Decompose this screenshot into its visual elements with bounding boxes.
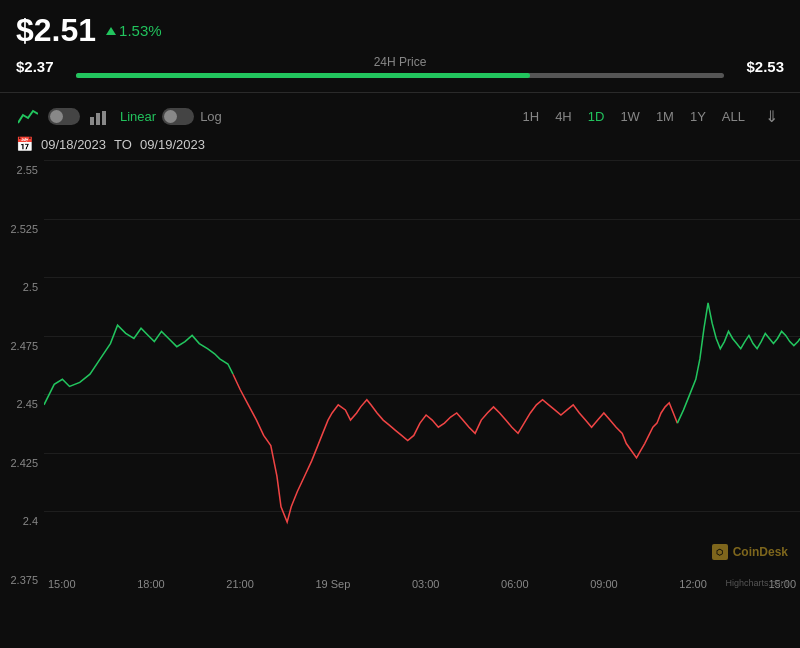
price-bar-label: 24H Price: [374, 55, 427, 69]
price-bar-track: [76, 73, 724, 78]
y-label-7: 2.4: [0, 515, 44, 527]
log-label: Log: [200, 109, 222, 124]
date-range-row: 📅 09/18/2023 TO 09/19/2023: [0, 132, 800, 160]
svg-rect-1: [96, 113, 100, 125]
linear-log-toggle[interactable]: [162, 108, 194, 125]
y-axis-labels: 2.55 2.525 2.5 2.475 2.45 2.425 2.4 2.37…: [0, 160, 44, 590]
linear-log-knob: [164, 110, 177, 123]
linear-label: Linear: [120, 109, 156, 124]
tf-1w[interactable]: 1W: [614, 106, 646, 127]
coindesk-logo: ⬡: [712, 544, 728, 560]
highcharts-label: Highcharts.com: [725, 578, 788, 588]
y-label-2: 2.525: [0, 223, 44, 235]
y-label-8: 2.375: [0, 574, 44, 586]
tf-1d[interactable]: 1D: [582, 106, 611, 127]
up-arrow-icon: [106, 27, 116, 35]
calendar-icon: 📅: [16, 136, 33, 152]
chart-line-green-2: [677, 303, 800, 423]
timeframe-buttons: 1H 4H 1D 1W 1M 1Y ALL: [517, 106, 751, 127]
price-high: $2.53: [734, 58, 784, 75]
linear-log-toggle-group: Linear Log: [120, 108, 222, 125]
toggle-knob: [50, 110, 63, 123]
date-to: 09/19/2023: [140, 137, 205, 152]
chart-line-red-1: [233, 374, 677, 522]
price-chart-svg: [44, 160, 800, 568]
header: $2.51 1.53% $2.37 24H Price $2.53: [0, 0, 800, 84]
date-separator: TO: [114, 137, 132, 152]
y-label-6: 2.425: [0, 457, 44, 469]
x-label-1200: 12:00: [679, 578, 707, 590]
header-divider: [0, 92, 800, 93]
x-label-1500-1: 15:00: [48, 578, 76, 590]
price-change-value: 1.53%: [119, 22, 162, 39]
price-change: 1.53%: [106, 22, 162, 39]
x-label-19sep: 19 Sep: [315, 578, 350, 590]
price-bar-fill: [76, 73, 530, 78]
tf-4h[interactable]: 4H: [549, 106, 578, 127]
y-label-4: 2.475: [0, 340, 44, 352]
highcharts-watermark: Highcharts.com: [725, 578, 788, 588]
price-bar-row: $2.37 24H Price $2.53: [16, 55, 784, 78]
price-main: $2.51 1.53%: [16, 12, 784, 49]
svg-rect-2: [102, 111, 106, 125]
x-label-0300: 03:00: [412, 578, 440, 590]
bar-chart-button[interactable]: [88, 107, 112, 127]
tf-1h[interactable]: 1H: [517, 106, 546, 127]
current-price: $2.51: [16, 12, 96, 49]
coindesk-label: CoinDesk: [733, 545, 788, 559]
tf-1m[interactable]: 1M: [650, 106, 680, 127]
x-axis-labels: 15:00 18:00 21:00 19 Sep 03:00 06:00 09:…: [44, 578, 800, 590]
x-label-0900: 09:00: [590, 578, 618, 590]
line-chart-button[interactable]: [16, 107, 40, 127]
price-bar-container: 24H Price: [76, 55, 724, 78]
chart-type-toggle[interactable]: [48, 108, 80, 125]
x-label-0600: 06:00: [501, 578, 529, 590]
price-low: $2.37: [16, 58, 66, 75]
chart-line-green-1: [44, 325, 233, 405]
date-from: 09/18/2023: [41, 137, 106, 152]
x-label-1800: 18:00: [137, 578, 165, 590]
svg-rect-0: [90, 117, 94, 125]
coindesk-watermark: ⬡ CoinDesk: [712, 544, 788, 560]
tf-all[interactable]: ALL: [716, 106, 751, 127]
download-button[interactable]: ⇓: [759, 105, 784, 128]
y-label-1: 2.55: [0, 164, 44, 176]
chart-container: 2.55 2.525 2.5 2.475 2.45 2.425 2.4 2.37…: [0, 160, 800, 590]
controls-row: Linear Log 1H 4H 1D 1W 1M 1Y ALL ⇓: [0, 101, 800, 132]
y-label-5: 2.45: [0, 398, 44, 410]
y-label-3: 2.5: [0, 281, 44, 293]
tf-1y[interactable]: 1Y: [684, 106, 712, 127]
x-label-2100: 21:00: [226, 578, 254, 590]
